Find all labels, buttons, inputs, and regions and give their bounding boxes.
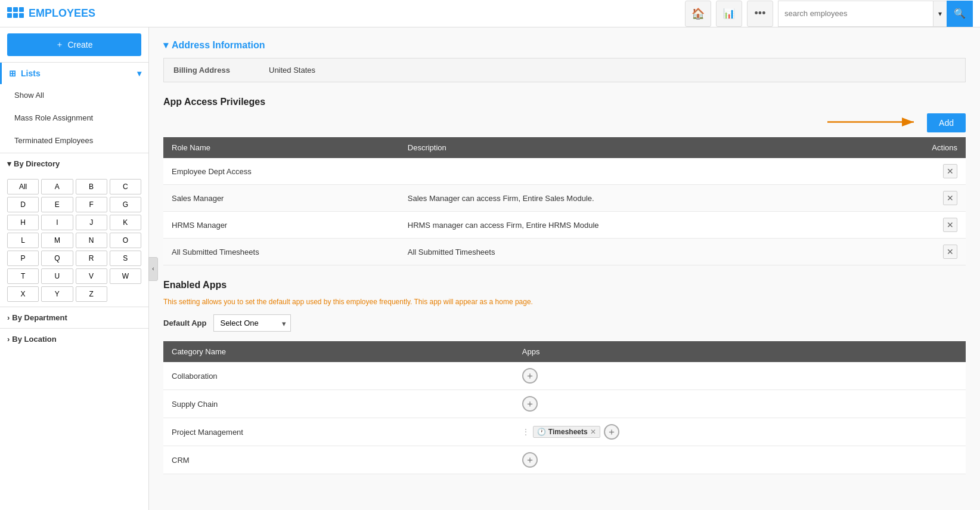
search-input[interactable] bbox=[778, 1, 933, 27]
by-directory-label: By Directory bbox=[14, 159, 60, 168]
drag-handle-icon[interactable]: ⋮ bbox=[522, 428, 529, 436]
letter-btn-o[interactable]: O bbox=[110, 233, 141, 248]
letter-btn-i[interactable]: I bbox=[41, 215, 73, 230]
letter-btn-v[interactable]: V bbox=[76, 268, 107, 284]
list-item: Project Management ⋮ 🕐 Timesheets ✕ ＋ bbox=[163, 418, 966, 446]
address-section-header[interactable]: ▾ Address Information bbox=[163, 39, 966, 51]
sidebar-directory-header[interactable]: ▾ By Directory bbox=[0, 153, 148, 174]
default-app-select[interactable]: Select One bbox=[213, 314, 291, 332]
role-name-cell: All Submitted Timesheets bbox=[163, 239, 399, 265]
sidebar-department-header[interactable]: › By Department bbox=[0, 307, 148, 328]
category-name-cell: Supply Chain bbox=[163, 390, 514, 418]
add-app-button[interactable]: ＋ bbox=[522, 368, 538, 384]
sidebar-item-mass-role[interactable]: Mass Role Assignment bbox=[0, 107, 148, 129]
search-dropdown-button[interactable]: ▾ bbox=[933, 1, 947, 27]
main-content: ▾ Address Information Billing Address Un… bbox=[149, 27, 980, 510]
letter-btn-all[interactable]: All bbox=[7, 179, 39, 194]
letter-btn-x[interactable]: X bbox=[7, 286, 39, 302]
apps-container-cell: ＋ bbox=[514, 362, 966, 390]
letter-btn-a[interactable]: A bbox=[41, 179, 73, 194]
letter-btn-s[interactable]: S bbox=[110, 251, 141, 266]
list-icon: ⊞ bbox=[9, 69, 16, 78]
home-button[interactable]: 🏠 bbox=[685, 1, 711, 27]
letter-btn-h[interactable]: H bbox=[7, 215, 39, 230]
description-cell: HRMS manager can access Firm, Entire HRM… bbox=[399, 212, 870, 239]
address-section-title: Address Information bbox=[172, 40, 265, 51]
description-cell: Sales Manager can access Firm, Entire Sa… bbox=[399, 185, 870, 212]
sidebar-lists-header[interactable]: ⊞ Lists ▾ bbox=[0, 63, 148, 84]
letter-btn-t[interactable]: T bbox=[7, 268, 39, 284]
letter-btn-d[interactable]: D bbox=[7, 197, 39, 212]
chevron-down-icon: ▾ bbox=[137, 69, 141, 78]
remove-role-button[interactable]: ✕ bbox=[943, 218, 957, 232]
sidebar-item-terminated[interactable]: Terminated Employees bbox=[0, 129, 148, 152]
remove-role-button[interactable]: ✕ bbox=[943, 245, 957, 259]
description-cell: All Submitted Timesheets bbox=[399, 239, 870, 265]
sidebar-lists-section: ⊞ Lists ▾ Show All Mass Role Assignment … bbox=[0, 62, 148, 153]
app-tag-name: Timesheets bbox=[548, 428, 588, 436]
table-row: Employee Dept Access ✕ bbox=[163, 158, 966, 185]
more-button[interactable]: ••• bbox=[747, 1, 773, 27]
main-layout: ＋ Create ⊞ Lists ▾ Show All Mass Role As… bbox=[0, 27, 980, 510]
add-app-button[interactable]: ＋ bbox=[522, 396, 538, 412]
list-item: CRM ＋ bbox=[163, 446, 966, 474]
by-location-label: By Location bbox=[12, 335, 56, 344]
letter-btn-n[interactable]: N bbox=[76, 233, 107, 248]
apps-cell: ＋ bbox=[522, 452, 957, 468]
app-title: EMPLOYEES bbox=[7, 7, 114, 20]
create-button[interactable]: ＋ Create bbox=[7, 33, 141, 56]
add-btn-container: Add bbox=[163, 113, 966, 132]
letter-btn-q[interactable]: Q bbox=[41, 251, 73, 266]
default-app-row: Default App Select One bbox=[163, 314, 966, 332]
chevron-down-address-icon: ▾ bbox=[163, 39, 168, 51]
letter-btn-m[interactable]: M bbox=[41, 233, 73, 248]
letter-btn-k[interactable]: K bbox=[110, 215, 141, 230]
actions-cell: ✕ bbox=[870, 239, 966, 265]
letter-btn-b[interactable]: B bbox=[76, 179, 107, 194]
actions-cell: ✕ bbox=[870, 185, 966, 212]
add-app-button[interactable]: ＋ bbox=[522, 452, 538, 468]
letter-btn-f[interactable]: F bbox=[76, 197, 107, 212]
role-name-cell: Employee Dept Access bbox=[163, 158, 399, 185]
category-name-cell: CRM bbox=[163, 446, 514, 474]
letter-btn-w[interactable]: W bbox=[110, 268, 141, 284]
letter-btn-p[interactable]: P bbox=[7, 251, 39, 266]
search-go-button[interactable]: 🔍 bbox=[947, 1, 973, 27]
enabled-apps-title: Enabled Apps bbox=[163, 280, 966, 290]
letter-btn-j[interactable]: J bbox=[76, 215, 107, 230]
col-role-name: Role Name bbox=[163, 137, 399, 158]
col-apps: Apps bbox=[514, 341, 966, 362]
description-cell bbox=[399, 158, 870, 185]
letter-grid: AllABCDEFGHIJKLMNOPQRSTUVWXYZ bbox=[0, 174, 148, 307]
remove-role-button[interactable]: ✕ bbox=[943, 164, 957, 178]
letter-btn-e[interactable]: E bbox=[41, 197, 73, 212]
app-access-table: Role Name Description Actions Employee D… bbox=[163, 137, 966, 265]
add-app-button[interactable]: ＋ bbox=[604, 424, 619, 440]
collapse-sidebar-button[interactable]: ‹ bbox=[148, 257, 158, 281]
letter-btn-g[interactable]: G bbox=[110, 197, 141, 212]
chevron-right-loc-icon: › bbox=[7, 335, 10, 344]
actions-cell: ✕ bbox=[870, 158, 966, 185]
chart-button[interactable]: 📊 bbox=[716, 1, 742, 27]
letter-btn-y[interactable]: Y bbox=[41, 286, 73, 302]
add-role-button[interactable]: Add bbox=[927, 113, 966, 132]
by-department-label: By Department bbox=[12, 313, 67, 322]
remove-app-button[interactable]: ✕ bbox=[590, 428, 596, 436]
letter-btn-c[interactable]: C bbox=[110, 179, 141, 194]
remove-role-button[interactable]: ✕ bbox=[943, 191, 957, 205]
letter-btn-r[interactable]: R bbox=[76, 251, 107, 266]
letter-btn-u[interactable]: U bbox=[41, 268, 73, 284]
letter-btn-z[interactable]: Z bbox=[76, 286, 107, 302]
sidebar-location-header[interactable]: › By Location bbox=[0, 328, 148, 350]
col-category-name: Category Name bbox=[163, 341, 514, 362]
arrow-indicator bbox=[827, 113, 923, 133]
clock-icon: 🕐 bbox=[537, 428, 546, 436]
billing-address-label: Billing Address bbox=[173, 66, 269, 75]
category-table-body: Collaboration ＋ Supply Chain ＋ Project M… bbox=[163, 362, 966, 474]
top-nav: EMPLOYEES 🏠 📊 ••• ▾ 🔍 bbox=[0, 0, 980, 27]
app-access-table-head: Role Name Description Actions bbox=[163, 137, 966, 158]
sidebar-item-show-all[interactable]: Show All bbox=[0, 84, 148, 107]
apps-cell: ＋ bbox=[522, 396, 957, 412]
chevron-right-dept-icon: › bbox=[7, 313, 10, 322]
letter-btn-l[interactable]: L bbox=[7, 233, 39, 248]
